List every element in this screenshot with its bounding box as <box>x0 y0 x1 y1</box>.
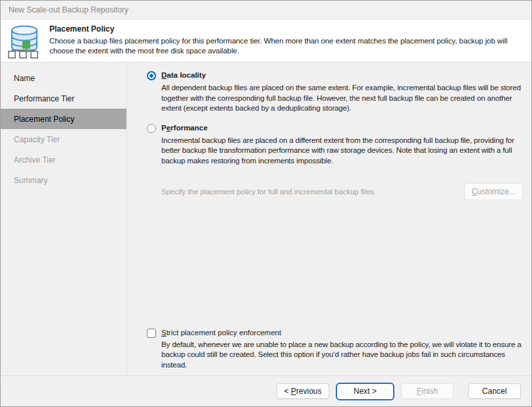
performance-radio[interactable] <box>147 124 156 133</box>
customize-button[interactable]: Customize... <box>464 183 523 200</box>
title-bar: New Scale-out Backup Repository <box>1 1 531 20</box>
window-title: New Scale-out Backup Repository <box>9 5 128 14</box>
option-performance: Performance Incremental backup files are… <box>147 123 523 167</box>
wizard-header: Placement Policy Choose a backup files p… <box>1 20 531 63</box>
wizard-footer: < Previous Next > Finish Cancel <box>1 375 531 406</box>
page-description: Choose a backup files placement policy f… <box>49 36 525 56</box>
performance-label[interactable]: Performance <box>161 124 523 132</box>
strict-policy-description: By default, whenever we are unable to pl… <box>161 340 523 371</box>
strict-policy-block: Strict placement policy enforcement By d… <box>147 328 523 371</box>
next-button[interactable]: Next > <box>336 383 394 400</box>
wizard-dialog: New Scale-out Backup Repository Placemen… <box>0 0 532 407</box>
performance-description: Incremental backup files are placed on a… <box>161 136 523 167</box>
sidebar-item-placement-policy[interactable]: Placement Policy <box>1 109 126 129</box>
specify-hint-text: Specify the placement policy for full an… <box>161 188 376 196</box>
header-text: Placement Policy Choose a backup files p… <box>49 23 525 59</box>
option-data-locality: Data locality All dependent backup files… <box>147 70 523 114</box>
sidebar-item-performance-tier[interactable]: Performance Tier <box>1 88 126 109</box>
previous-button[interactable]: < Previous <box>277 383 329 399</box>
data-locality-label[interactable]: Data locality <box>161 71 523 79</box>
data-locality-description: All dependent backup files are placed on… <box>161 83 523 114</box>
finish-button[interactable]: Finish <box>401 383 454 399</box>
cancel-button[interactable]: Cancel <box>468 383 521 399</box>
sidebar-item-summary: Summary <box>1 170 126 190</box>
sidebar-item-capacity-tier: Capacity Tier <box>1 129 126 149</box>
sidebar-item-name[interactable]: Name <box>1 68 126 88</box>
data-locality-radio[interactable] <box>147 71 156 80</box>
placement-policy-panel: Data locality All dependent backup files… <box>127 63 531 375</box>
scale-out-repository-icon <box>7 24 41 59</box>
sidebar-item-archive-tier: Archive Tier <box>1 149 126 170</box>
wizard-steps-sidebar: Name Performance Tier Placement Policy C… <box>1 63 127 375</box>
strict-policy-checkbox[interactable] <box>147 329 156 338</box>
page-title: Placement Policy <box>49 24 525 34</box>
strict-policy-label[interactable]: Strict placement policy enforcement <box>161 329 523 337</box>
specify-row: Specify the placement policy for full an… <box>147 183 523 200</box>
